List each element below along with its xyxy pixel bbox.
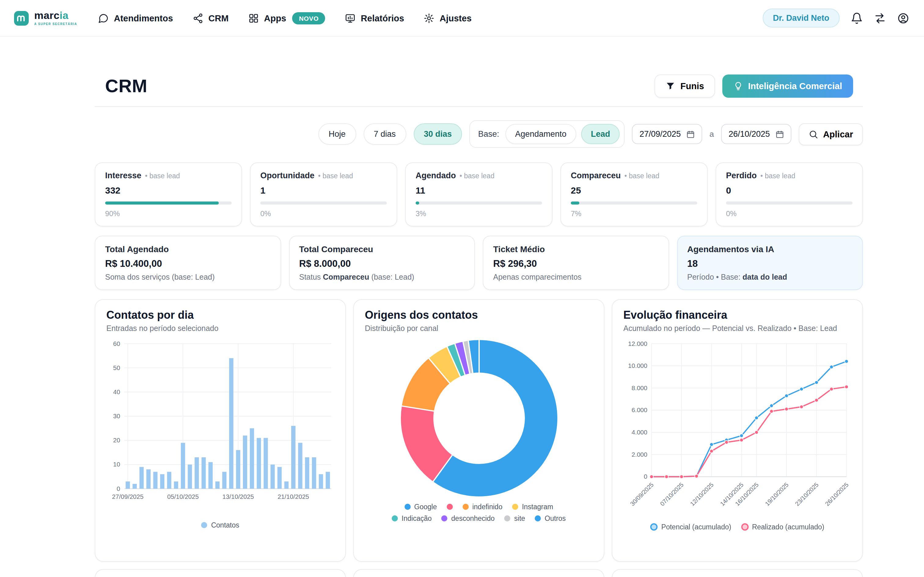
- stage-base-suffix: • base lead: [145, 172, 180, 179]
- swap-arrows-icon: [874, 12, 886, 24]
- stage-percent: 0%: [726, 210, 853, 218]
- nav-item-crm[interactable]: CRM: [192, 13, 229, 24]
- stage-base-suffix: • base lead: [318, 172, 353, 179]
- page-actions: Funis Inteligência Comercial: [655, 74, 853, 98]
- summary-title: Total Compareceu: [299, 244, 464, 254]
- apply-label: Aplicar: [823, 129, 853, 139]
- legend-item-indefinido[interactable]: indefinido: [463, 503, 502, 511]
- base-chip-agendamento[interactable]: Agendamento: [506, 124, 576, 144]
- stage-percent: 0%: [260, 210, 387, 218]
- range-chip-30-dias[interactable]: 30 dias: [414, 123, 462, 145]
- funis-button[interactable]: Funis: [655, 74, 715, 98]
- switch-account-button[interactable]: [874, 12, 886, 24]
- stage-percent: 90%: [105, 210, 232, 218]
- legend-item-instagram[interactable]: Instagram: [512, 503, 553, 511]
- summary-title: Total Agendado: [105, 244, 270, 254]
- user-pill[interactable]: Dr. David Neto: [762, 8, 840, 27]
- legend-item-contatos[interactable]: Contatos: [201, 521, 239, 529]
- grid-icon: [248, 13, 259, 24]
- svg-text:4.000: 4.000: [632, 429, 648, 436]
- stage-card-oportunidade: Oportunidade• base lead10%: [250, 163, 397, 227]
- legend-item-google[interactable]: Google: [405, 503, 437, 511]
- partial-card: [353, 569, 604, 577]
- summary-description: Status Compareceu (base: Lead): [299, 273, 464, 282]
- nav-right: Dr. David Neto: [762, 8, 909, 27]
- legend-item-realizado-acumulado[interactable]: Realizado (acumulado): [741, 524, 824, 531]
- legend-item-potencial-acumulado[interactable]: Potencial (acumulado): [650, 524, 731, 531]
- notifications-button[interactable]: [851, 12, 863, 24]
- svg-text:10: 10: [113, 461, 120, 468]
- base-options: AgendamentoLead: [506, 124, 620, 144]
- progress-bar: [571, 201, 697, 205]
- legend-marker: [741, 524, 748, 531]
- nav-item-apps[interactable]: AppsNOVO: [248, 12, 325, 24]
- base-chip-lead[interactable]: Lead: [581, 124, 620, 144]
- line-chart: 02.0004.0006.0008.00010.00012.00030/09/2…: [624, 338, 851, 522]
- legend-item-desconhecido[interactable]: desconhecido: [441, 515, 495, 522]
- stage-percent: 3%: [415, 210, 542, 218]
- svg-text:05/10/2025: 05/10/2025: [167, 493, 199, 500]
- inteligencia-comercial-button[interactable]: Inteligência Comercial: [722, 74, 853, 98]
- svg-text:6.000: 6.000: [632, 406, 648, 413]
- account-button[interactable]: [897, 12, 909, 24]
- nav-item-label: Apps: [264, 13, 286, 23]
- search-icon: [809, 129, 818, 139]
- legend-label: Realizado (acumulado): [752, 524, 824, 531]
- funis-label: Funis: [680, 81, 704, 91]
- legend-label: Instagram: [522, 503, 553, 511]
- range-chip-hoje[interactable]: Hoje: [318, 123, 356, 145]
- legend-label: Indicação: [402, 515, 431, 522]
- legend-dot: [463, 504, 469, 510]
- brand-logo[interactable]: marcia A SUPER SECRETÁRIA: [13, 10, 77, 26]
- summary-card-total-agendado: Total AgendadoR$ 10.400,00Soma dos servi…: [95, 236, 281, 290]
- stage-value: 332: [105, 185, 232, 195]
- legend-dot: [392, 515, 398, 521]
- date-from-input[interactable]: 27/09/2025: [632, 124, 702, 144]
- summary-value: 18: [687, 258, 853, 269]
- svg-text:8.000: 8.000: [632, 384, 648, 392]
- summary-description: Apenas comparecimentos: [493, 273, 659, 282]
- charts-row: Contatos por dia Entradas no período sel…: [95, 299, 863, 562]
- apply-button[interactable]: Aplicar: [799, 123, 863, 145]
- legend-row: GoogleindefinidoInstagram: [365, 503, 593, 511]
- stage-value: 11: [415, 185, 542, 195]
- legend-item-outros[interactable]: Outros: [535, 515, 566, 522]
- svg-text:12.000: 12.000: [628, 340, 647, 347]
- svg-text:0: 0: [644, 473, 647, 480]
- range-chip-7-dias[interactable]: 7 dias: [363, 123, 406, 145]
- donut-chart-legend: GoogleindefinidoInstagramIndicaçãodescon…: [365, 503, 593, 522]
- legend-dot: [447, 504, 453, 510]
- legend-item-indicacao[interactable]: Indicação: [392, 515, 431, 522]
- nav-item-relatorios[interactable]: Relatórios: [345, 13, 404, 24]
- page-title: CRM: [105, 76, 147, 97]
- legend-dot: [201, 522, 207, 528]
- progress-bar: [726, 201, 853, 205]
- page-header: CRM Funis Inteligência Comercial: [95, 74, 863, 98]
- partial-card: [95, 569, 346, 577]
- top-nav: marcia A SUPER SECRETÁRIA AtendimentosCR…: [0, 0, 924, 37]
- svg-text:30/09/2025: 30/09/2025: [629, 481, 655, 507]
- legend-item-unnamed[interactable]: [447, 503, 453, 511]
- gear-icon: [424, 13, 435, 24]
- summary-value: R$ 10.400,00: [105, 258, 270, 269]
- legend-label: site: [514, 515, 525, 522]
- svg-text:10.000: 10.000: [628, 362, 647, 369]
- date-to-input[interactable]: 26/10/2025: [721, 124, 792, 144]
- origens-dos-contatos-card: Origens dos contatos Distribuição por ca…: [353, 299, 604, 562]
- next-cards-row: [95, 569, 863, 577]
- nav-item-label: Relatórios: [361, 13, 404, 23]
- legend-marker: [650, 524, 657, 531]
- chart-title: Contatos por dia: [106, 309, 334, 322]
- stage-value: 25: [571, 185, 697, 195]
- chat-icon: [98, 13, 109, 24]
- stage-value: 1: [260, 185, 387, 195]
- partial-card: [612, 569, 863, 577]
- donut-chart: [365, 338, 593, 499]
- progress-bar: [105, 201, 232, 205]
- nav-item-atendimentos[interactable]: Atendimentos: [98, 13, 173, 24]
- legend-item-site[interactable]: site: [504, 515, 525, 522]
- nav-item-ajustes[interactable]: Ajustes: [424, 13, 472, 24]
- legend-label: Outros: [545, 515, 566, 522]
- summary-value: R$ 296,30: [493, 258, 659, 269]
- brand-icon: [13, 10, 29, 26]
